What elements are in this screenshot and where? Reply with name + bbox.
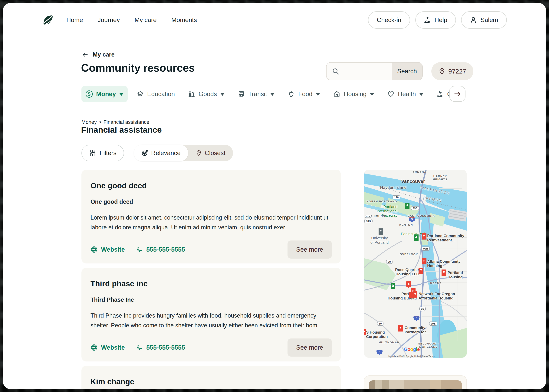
section-title: Financial assistance <box>81 125 162 134</box>
help-button[interactable]: Help <box>415 11 456 29</box>
chevron-down-icon <box>119 93 123 96</box>
map-pin-park[interactable] <box>391 283 395 289</box>
sliders-icon <box>89 150 96 156</box>
map-attribution: Map data ©2024 Google, United States Ter… <box>388 355 435 358</box>
map-pin-housing-site[interactable] <box>422 258 426 264</box>
brand-leaf-logo[interactable] <box>43 15 53 25</box>
map-pin-housing-site[interactable] <box>409 292 413 298</box>
transit-icon <box>238 91 245 98</box>
chips-scroll-right-button[interactable] <box>449 86 465 102</box>
back-link[interactable]: My care <box>82 51 114 58</box>
map-pin-housing-site[interactable] <box>419 268 423 274</box>
nav-links: Home Journey My care Moments <box>66 16 197 24</box>
food-icon <box>288 91 295 98</box>
website-link[interactable]: Website <box>91 246 125 253</box>
search-button[interactable]: Search <box>392 63 422 80</box>
profile-button[interactable]: Salem <box>461 11 507 29</box>
route-shield: 26 <box>419 307 426 311</box>
nav-item-my-care[interactable]: My care <box>134 16 156 24</box>
resource-card-footer: Website 555-555-5555 See more <box>91 338 332 357</box>
map-area-label: OVERLOOK <box>400 252 418 256</box>
map-island-label: Hayden Island <box>380 185 407 190</box>
resource-card: One good deed One good deed Lorem ipsum … <box>81 170 341 264</box>
website-label: Website <box>101 246 125 253</box>
map-site-label: Portland Housing <box>448 271 463 279</box>
results-map[interactable]: ARNADA HARNEY HEIGHTS Vancouver Hayden I… <box>364 170 467 358</box>
map-pin-housing-site[interactable] <box>422 233 426 239</box>
map-pin-raceway[interactable] <box>405 203 409 209</box>
category-chip-housing[interactable]: Housing <box>329 86 378 102</box>
back-arrow-icon <box>82 51 89 58</box>
route-shield: 99E <box>429 322 437 326</box>
route-shield: BYP <box>365 215 372 218</box>
care-icon <box>437 91 444 98</box>
person-icon <box>470 16 477 24</box>
phone-number: 555-555-5555 <box>146 344 185 351</box>
category-chip-transit[interactable]: Transit <box>234 86 279 102</box>
map-area-label: NORTH PORTLAND <box>366 200 397 203</box>
see-more-button[interactable]: See more <box>288 338 332 357</box>
nav-item-home[interactable]: Home <box>66 16 83 24</box>
map-site-label: Network For Oregon Affordable Housing <box>419 292 455 301</box>
map-pin-peninsula-park[interactable] <box>414 234 419 241</box>
zip-code: 97227 <box>448 68 466 75</box>
sort-option-closest[interactable]: Closest <box>188 145 233 161</box>
map-area-label: HARNEY HEIGHTS <box>433 175 447 181</box>
category-chip-money[interactable]: $ Money <box>81 86 128 102</box>
phone-icon <box>136 344 143 351</box>
route-shield: 30B <box>364 219 373 223</box>
check-in-button[interactable]: Check-in <box>368 11 410 29</box>
category-chip-education[interactable]: Education <box>133 86 179 102</box>
sort-option-relevance[interactable]: Relevance <box>134 145 188 161</box>
help-label: Help <box>435 16 447 24</box>
target-icon <box>141 150 148 156</box>
map-pin-housing-site[interactable] <box>398 325 403 331</box>
route-shield: 99E <box>422 246 430 251</box>
search-row: Search 97227 <box>326 62 473 80</box>
website-link[interactable]: Website <box>91 344 125 351</box>
map-site-label: Community Partners for… <box>405 326 430 334</box>
resource-description: Lorem ipsum dolor sit amet, consectetur … <box>91 213 332 232</box>
phone-link[interactable]: 555-555-5555 <box>136 344 185 351</box>
resource-org: Third Phase Inc <box>91 296 332 303</box>
see-more-button[interactable]: See more <box>288 240 332 259</box>
chip-label: Housing <box>344 91 366 98</box>
money-icon: $ <box>86 91 93 98</box>
resource-title: One good deed <box>91 181 332 190</box>
page-title: Community resources <box>81 62 195 74</box>
map-site-label: Portland Community Reinvestment… <box>427 234 464 242</box>
category-chip-food[interactable]: Food <box>283 86 324 102</box>
map-site-label: Albina Community Housing <box>427 259 461 268</box>
resource-photo-card[interactable] <box>364 375 467 389</box>
nav-actions: Check-in Help Salem <box>368 11 507 29</box>
sort-segmented-control: Relevance Closest <box>134 145 233 161</box>
breadcrumb-category[interactable]: Money <box>81 119 97 125</box>
filters-row: Filters Relevance Closest <box>81 145 233 161</box>
map-pin-housing-site[interactable] <box>364 329 366 335</box>
nav-item-moments[interactable]: Moments <box>171 16 197 24</box>
map-pin-university[interactable] <box>379 228 383 235</box>
location-pill[interactable]: 97227 <box>431 62 473 80</box>
map-pin-cluster[interactable] <box>406 281 411 287</box>
map-city-label: Vancouver <box>401 179 425 184</box>
map-university-label: University of Portland <box>369 236 390 245</box>
top-navigation: Home Journey My care Moments Check-in He… <box>43 11 507 29</box>
website-label: Website <box>101 344 125 351</box>
location-pin-icon <box>196 150 202 156</box>
breadcrumb-separator: > <box>99 119 102 125</box>
health-heart-icon <box>387 91 394 98</box>
category-chip-health[interactable]: Health <box>383 86 427 102</box>
filters-button[interactable]: Filters <box>81 145 124 161</box>
category-chip-goods[interactable]: Goods <box>184 86 228 102</box>
route-shield: 10 <box>377 322 383 326</box>
search-input[interactable] <box>341 68 385 75</box>
phone-icon <box>136 246 143 253</box>
chevron-down-icon <box>270 93 274 96</box>
map-pin-housing-site[interactable] <box>413 291 417 298</box>
google-logo: Google <box>404 346 420 352</box>
nav-item-journey[interactable]: Journey <box>98 16 120 24</box>
chevron-down-icon <box>316 93 320 96</box>
phone-link[interactable]: 555-555-5555 <box>136 246 185 253</box>
map-pin-housing-site[interactable] <box>442 269 446 276</box>
map-area-label: KERNS <box>430 281 442 285</box>
